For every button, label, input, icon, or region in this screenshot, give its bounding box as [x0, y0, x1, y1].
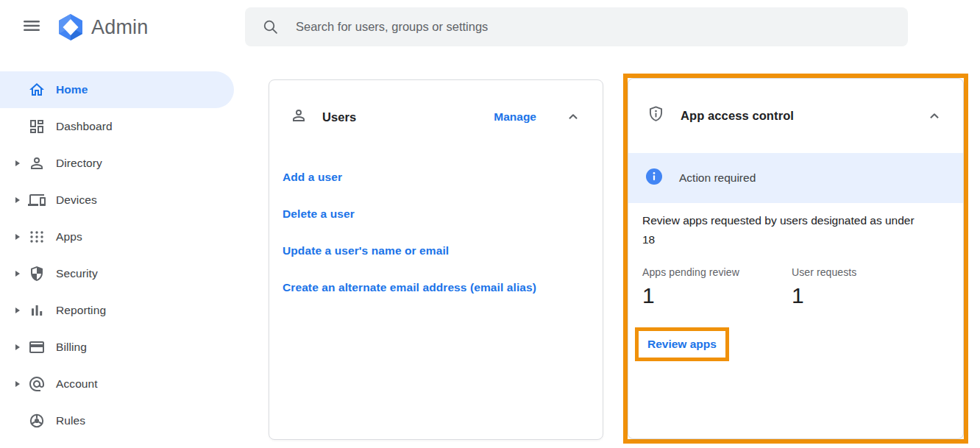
stat-value: 1 [642, 283, 792, 308]
add-user-link[interactable]: Add a user [283, 171, 342, 184]
hamburger-menu-icon [21, 17, 42, 38]
hamburger-menu-button[interactable] [21, 18, 43, 37]
person-icon [290, 107, 308, 127]
sidebar-item-directory[interactable]: Directory [0, 145, 234, 182]
delete-user-link[interactable]: Delete a user [283, 207, 355, 221]
sidebar-item-label: Directory [56, 157, 102, 170]
expand-arrow-icon[interactable] [7, 307, 28, 313]
stat-label: Apps pending review [642, 266, 792, 278]
sidebar-item-label: Reporting [56, 304, 106, 317]
sidebar-item-label: Dashboard [56, 120, 113, 133]
sidebar-item-dashboard[interactable]: Dashboard [0, 108, 234, 145]
create-email-alias-link[interactable]: Create an alternate email address (email… [283, 281, 536, 294]
expand-arrow-icon[interactable] [7, 160, 28, 166]
shield-icon [28, 265, 46, 282]
expand-arrow-icon[interactable] [7, 344, 28, 350]
collapse-app-access-card-button[interactable] [926, 107, 943, 125]
users-quick-links: Add a user Delete a user Update a user's… [269, 159, 603, 306]
sidebar-item-label: Devices [56, 193, 97, 207]
sidebar-item-label: Account [56, 377, 98, 391]
sidebar-item-label: Apps [56, 230, 82, 243]
app-access-control-card: App access control Action required Revie… [628, 78, 964, 439]
expand-arrow-icon[interactable] [7, 234, 28, 240]
helm-icon [28, 412, 46, 430]
app-access-card-header: App access control [628, 79, 963, 153]
sidebar-item-apps[interactable]: Apps [0, 218, 234, 255]
sidebar-item-account[interactable]: Account [0, 366, 234, 402]
expand-arrow-icon[interactable] [7, 271, 28, 277]
sidebar-item-label: Security [56, 267, 98, 280]
update-user-link[interactable]: Update a user's name or email [283, 244, 449, 257]
admin-console-screen: Admin Home Dashboard [0, 0, 980, 448]
bar-chart-icon [28, 302, 46, 319]
sidebar-item-label: Rules [56, 414, 85, 427]
sidebar-item-devices[interactable]: Devices [0, 182, 234, 218]
devices-icon [28, 191, 46, 209]
apps-grid-icon [28, 228, 46, 246]
global-search-bar[interactable] [245, 7, 908, 46]
sidebar-nav: Home Dashboard Directory Devices [0, 71, 234, 439]
app-access-description: Review apps requested by users designate… [642, 211, 926, 249]
stat-value: 1 [792, 283, 856, 308]
person-icon [28, 154, 46, 172]
apps-pending-review-stat: Apps pending review 1 [642, 266, 792, 308]
review-apps-highlight-box: Review apps [635, 327, 729, 361]
search-icon [262, 18, 280, 36]
brand-name: Admin [91, 16, 149, 39]
expand-arrow-icon[interactable] [7, 197, 28, 203]
stat-label: User requests [792, 266, 856, 278]
manage-users-link[interactable]: Manage [494, 110, 536, 124]
users-card-header: Users Manage [269, 80, 603, 154]
expand-arrow-icon[interactable] [7, 381, 28, 387]
search-input[interactable] [280, 7, 908, 46]
app-access-stats: Apps pending review 1 User requests 1 [642, 266, 856, 308]
action-required-text: Action required [679, 171, 756, 185]
shield-info-icon [646, 104, 666, 127]
sidebar-item-billing[interactable]: Billing [0, 329, 234, 366]
users-card-title: Users [322, 110, 356, 124]
sidebar-item-security[interactable]: Security [0, 255, 234, 292]
sidebar-item-rules[interactable]: Rules [0, 402, 234, 439]
home-icon [28, 81, 46, 99]
action-required-banner: Action required [628, 153, 963, 203]
info-circle-icon [646, 168, 662, 188]
sidebar-item-home[interactable]: Home [0, 71, 234, 108]
admin-hexagon-logo [56, 13, 85, 42]
app-access-card-title: App access control [681, 109, 794, 123]
at-sign-icon [28, 375, 46, 393]
credit-card-icon [28, 338, 46, 356]
users-card: Users Manage Add a user Delete a user Up… [269, 79, 603, 440]
collapse-users-card-button[interactable] [564, 108, 582, 126]
sidebar-item-label: Home [56, 83, 88, 96]
review-apps-link[interactable]: Review apps [647, 338, 717, 351]
dashboard-icon [28, 118, 46, 135]
attention-highlight-box: App access control Action required Revie… [623, 74, 968, 444]
sidebar-item-reporting[interactable]: Reporting [0, 292, 234, 329]
sidebar-item-label: Billing [56, 341, 87, 354]
user-requests-stat: User requests 1 [792, 266, 856, 308]
